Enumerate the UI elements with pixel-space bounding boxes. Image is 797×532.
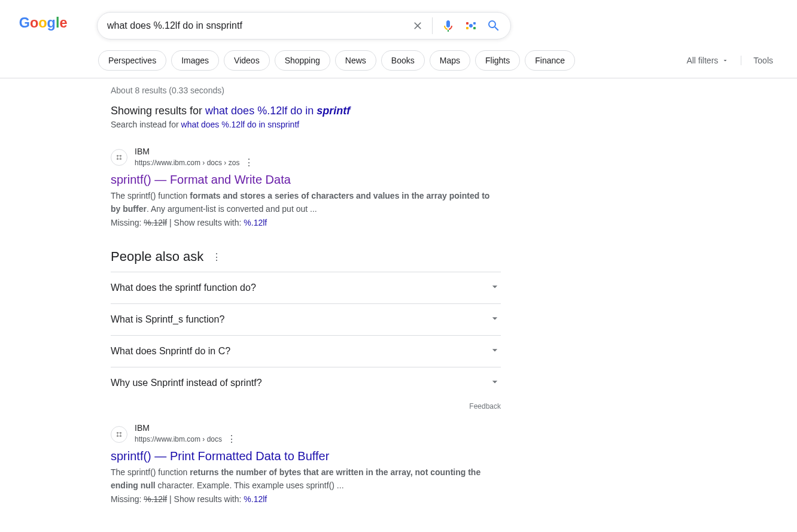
show-with-link[interactable]: %.12lf — [244, 218, 267, 227]
chevron-down-icon — [489, 376, 501, 390]
paa-item[interactable]: What is Sprintf_s function? — [111, 303, 501, 335]
tabs-row: Perspectives Images Videos Shopping News… — [0, 44, 797, 78]
tabs-right: All filters Tools — [686, 56, 773, 65]
snippet-pre: The sprintf() function — [111, 191, 190, 200]
site-favicon — [111, 426, 127, 443]
result-stats: About 8 results (0.33 seconds) — [111, 86, 501, 105]
tab-shopping[interactable]: Shopping — [275, 50, 330, 71]
tab-maps[interactable]: Maps — [430, 50, 470, 71]
svg-rect-2 — [466, 27, 469, 29]
more-icon[interactable]: ⋮ — [212, 251, 221, 263]
more-icon[interactable]: ⋮ — [244, 157, 254, 169]
show-with-link[interactable]: %.12lf — [244, 494, 267, 504]
chevron-down-icon — [722, 57, 729, 64]
clear-icon[interactable] — [412, 20, 424, 32]
tools-button[interactable]: Tools — [741, 56, 773, 65]
more-icon[interactable]: ⋮ — [227, 433, 236, 446]
results-area: About 8 results (0.33 seconds) Showing r… — [111, 78, 501, 504]
chevron-down-icon — [489, 344, 501, 358]
snippet-post: character. Example. This example uses sp… — [156, 481, 344, 490]
chevron-down-icon — [489, 281, 501, 295]
paa-item-label: What is Sprintf_s function? — [111, 314, 224, 325]
all-filters-button[interactable]: All filters — [686, 56, 729, 65]
site-url: https://www.ibm.com › docs › zos ⋮ — [135, 157, 254, 169]
all-filters-label: All filters — [686, 56, 718, 65]
svg-rect-3 — [473, 22, 476, 25]
spell-corrected-bold: sprintf — [317, 105, 350, 117]
svg-rect-4 — [473, 27, 476, 29]
paa-item[interactable]: Why use Snprintf instead of sprintf? — [111, 367, 501, 399]
paa-item[interactable]: What does Snprintf do in C? — [111, 335, 501, 367]
result-head: IBM https://www.ibm.com › docs ⋮ — [111, 422, 501, 446]
snippet-pre: The sprintf() function — [111, 467, 190, 477]
site-name: IBM — [135, 146, 254, 157]
people-also-ask: People also ask ⋮ What does the sprintf … — [111, 249, 501, 411]
result-title-link[interactable]: sprintf() — Format and Write Data — [111, 173, 501, 187]
instead-link[interactable]: what does %.12lf do in snsprintf — [181, 120, 300, 129]
spell-corrected-pre: what does %.12lf do in — [205, 105, 317, 117]
tab-videos[interactable]: Videos — [224, 50, 270, 71]
paa-item-label: Why use Snprintf instead of sprintf? — [111, 378, 262, 388]
site-info: IBM https://www.ibm.com › docs › zos ⋮ — [135, 146, 254, 169]
tab-news[interactable]: News — [335, 50, 376, 71]
search-icons — [412, 17, 501, 34]
missing-row: Missing: %.12lf | Show results with: %.1… — [111, 218, 501, 227]
instead-prefix: Search instead for — [111, 120, 181, 129]
result-title-link[interactable]: sprintf() — Print Formatted Data to Buff… — [111, 449, 501, 463]
result-head: IBM https://www.ibm.com › docs › zos ⋮ — [111, 146, 501, 169]
svg-point-5 — [469, 24, 473, 28]
search-bar — [97, 12, 511, 39]
missing-term: %.12lf — [144, 494, 167, 504]
result-snippet: The sprintf() function formats and store… — [111, 189, 501, 215]
missing-term: %.12lf — [144, 218, 167, 227]
missing-row: Missing: %.12lf | Show results with: %.1… — [111, 494, 501, 504]
search-input[interactable] — [107, 20, 412, 31]
lens-icon[interactable] — [464, 19, 478, 33]
site-favicon — [111, 149, 127, 166]
chevron-down-icon — [489, 312, 501, 327]
feedback-link[interactable]: Feedback — [111, 402, 501, 411]
tab-books[interactable]: Books — [381, 50, 425, 71]
site-url-text: https://www.ibm.com › docs — [135, 435, 222, 445]
paa-title: People also ask — [111, 249, 203, 265]
result-snippet: The sprintf() function returns the numbe… — [111, 466, 501, 492]
spell-correction: Showing results for what does %.12lf do … — [111, 105, 501, 117]
missing-label: Missing: — [111, 494, 144, 504]
tab-finance[interactable]: Finance — [525, 50, 575, 71]
mic-icon[interactable] — [441, 19, 455, 33]
divider — [432, 17, 433, 34]
search-icon[interactable] — [486, 19, 501, 33]
paa-head: People also ask ⋮ — [111, 249, 501, 265]
tab-perspectives[interactable]: Perspectives — [98, 50, 166, 71]
search-result: IBM https://www.ibm.com › docs › zos ⋮ s… — [111, 146, 501, 227]
search-instead: Search instead for what does %.12lf do i… — [111, 120, 501, 129]
spell-corrected-link[interactable]: what does %.12lf do in sprintf — [205, 105, 350, 117]
tab-flights[interactable]: Flights — [475, 50, 520, 71]
paa-item-label: What does Snprintf do in C? — [111, 346, 230, 357]
paa-item-label: What does the sprintf function do? — [111, 282, 256, 293]
missing-label: Missing: — [111, 218, 144, 227]
snippet-post: . Any argument-list is converted and put… — [147, 204, 317, 214]
show-label: | Show results with: — [167, 494, 244, 504]
svg-rect-1 — [466, 22, 469, 25]
spell-prefix: Showing results for — [111, 105, 205, 117]
show-label: | Show results with: — [167, 218, 244, 227]
svg-text:Google: Google — [19, 15, 68, 31]
header: Google Perspectives Image — [0, 0, 797, 78]
site-url-text: https://www.ibm.com › docs › zos — [135, 159, 239, 168]
site-url: https://www.ibm.com › docs ⋮ — [135, 433, 236, 446]
site-name: IBM — [135, 422, 236, 433]
site-info: IBM https://www.ibm.com › docs ⋮ — [135, 422, 236, 446]
google-logo[interactable]: Google — [18, 14, 73, 38]
paa-item[interactable]: What does the sprintf function do? — [111, 272, 501, 303]
header-top: Google — [0, 12, 797, 39]
search-result: IBM https://www.ibm.com › docs ⋮ sprintf… — [111, 422, 501, 504]
tab-images[interactable]: Images — [171, 50, 219, 71]
